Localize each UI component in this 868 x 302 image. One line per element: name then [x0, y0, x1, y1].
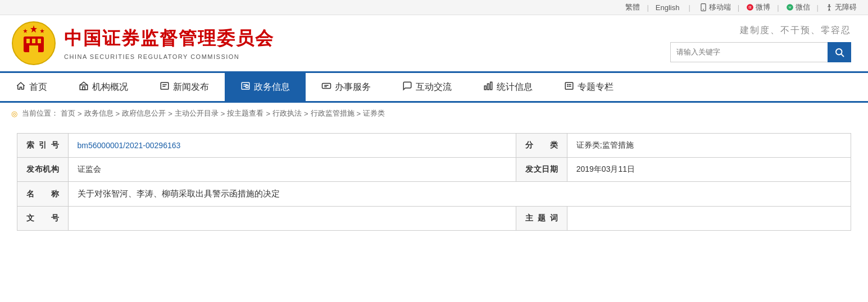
nav-govinfo-label: 政务信息: [254, 81, 290, 93]
nav-stats-label: 统计信息: [497, 81, 533, 93]
divider1: |: [647, 3, 648, 12]
weibo-link[interactable]: 微 微博: [746, 2, 770, 12]
table-row-title: 名 称 关于对张智河、李涛、柳萌采取出具警示函措施的决定: [17, 182, 851, 207]
divider3: |: [738, 3, 739, 12]
search-bar: [670, 42, 851, 62]
table-row-index: 索 引 号 bm56000001/2021-00296163 分 类 证券类;监…: [17, 134, 851, 158]
nav-special-label: 专题专栏: [578, 81, 613, 93]
docnum-label: 文 号: [17, 207, 69, 231]
sep7: >: [357, 109, 361, 118]
index-value: bm56000001/2021-00296163: [68, 134, 516, 158]
home-icon: [16, 81, 26, 93]
nav-home-label: 首页: [29, 81, 47, 93]
service-icon: [321, 81, 331, 93]
top-utility-bar: 繁體 | English | 移动端 | 微 微博 | W 微信 | 无障碍: [0, 0, 868, 15]
svg-rect-19: [83, 87, 85, 90]
breadcrumb-openinfo[interactable]: 政府信息公开: [122, 108, 166, 118]
publisher-value: 证监会: [68, 158, 516, 182]
main-content: 索 引 号 bm56000001/2021-00296163 分 类 证券类;监…: [0, 124, 868, 248]
stats-icon: [483, 81, 493, 93]
document-info-table: 索 引 号 bm56000001/2021-00296163 分 类 证券类;监…: [17, 133, 851, 231]
nav-service-label: 办事服务: [335, 81, 371, 93]
divider4: |: [777, 3, 779, 12]
logo-text-area: 中国证券监督管理委员会 CHINA SECURITIES REGULATORY …: [64, 26, 274, 60]
svg-rect-29: [488, 84, 489, 90]
table-row-publisher: 发布机构 证监会 发文日期 2019年03月11日: [17, 158, 851, 182]
weibo-icon: 微: [746, 3, 754, 11]
index-label: 索 引 号: [17, 134, 69, 158]
csrc-emblem: [11, 21, 56, 66]
table-row-docnum: 文 号 主 题 词: [17, 207, 851, 231]
org-name-en: CHINA SECURITIES REGULATORY COMMISSION: [64, 53, 274, 60]
nav-item-govinfo[interactable]: 政务信息: [225, 73, 306, 103]
nav-item-home[interactable]: 首页: [0, 73, 63, 103]
svg-rect-12: [29, 45, 38, 52]
svg-rect-10: [32, 39, 35, 43]
date-value: 2019年03月11日: [567, 158, 851, 182]
sep2: >: [116, 109, 120, 118]
svg-text:微: 微: [748, 6, 752, 9]
nav-item-news[interactable]: 新闻发布: [144, 73, 225, 103]
category-label: 分 类: [516, 134, 567, 158]
date-label: 发文日期: [516, 158, 567, 182]
svg-point-6: [829, 4, 830, 6]
institution-icon: [79, 81, 89, 93]
wechat-link[interactable]: W 微信: [786, 2, 810, 12]
title-label: 名 称: [17, 182, 69, 207]
category-value: 证券类;监管措施: [567, 134, 851, 158]
publisher-label: 发布机构: [17, 158, 69, 182]
news-icon: [160, 81, 170, 93]
nav-item-service[interactable]: 办事服务: [306, 73, 387, 103]
sep3: >: [168, 109, 172, 118]
title-value: 关于对张智河、李涛、柳萌采取出具警示函措施的决定: [68, 182, 851, 207]
accessibility-link[interactable]: 无障碍: [825, 2, 857, 12]
mobile-link[interactable]: 移动端: [699, 2, 731, 12]
govinfo-icon: [240, 81, 251, 93]
mobile-icon: [699, 3, 707, 11]
breadcrumb-catalog[interactable]: 主动公开目录: [175, 108, 219, 118]
svg-rect-30: [490, 82, 492, 90]
search-input[interactable]: [670, 42, 828, 62]
nav-item-special[interactable]: 专题专栏: [548, 73, 629, 103]
breadcrumb-prefix: 当前位置：: [22, 108, 58, 118]
nav-item-stats[interactable]: 统计信息: [467, 73, 548, 103]
nav-item-interact[interactable]: 互动交流: [387, 73, 467, 103]
special-icon: [564, 81, 574, 93]
keyword-label: 主 题 词: [516, 207, 567, 231]
site-slogan: 建制度、不干预、零容忍: [740, 25, 851, 36]
main-nav: 首页 机构概况 新闻发布 政务信息 办事服务 互动交流: [0, 73, 868, 103]
nav-interact-label: 互动交流: [416, 81, 452, 93]
sep4: >: [221, 109, 225, 118]
svg-rect-28: [484, 86, 486, 90]
location-icon: ◎: [11, 109, 17, 118]
breadcrumb-supervision[interactable]: 行政监管措施: [311, 108, 355, 118]
header-right: 建制度、不干预、零容忍: [670, 25, 851, 62]
svg-text:W: W: [788, 6, 791, 9]
divider2: |: [688, 3, 690, 12]
keyword-value: [567, 207, 851, 231]
sep6: >: [304, 109, 308, 118]
svg-rect-11: [38, 39, 41, 43]
divider5: |: [817, 3, 819, 12]
nav-about-label: 机构概况: [92, 81, 128, 93]
svg-rect-0: [701, 4, 706, 11]
nav-news-label: 新闻发布: [173, 81, 209, 93]
nav-item-about[interactable]: 机构概况: [63, 73, 144, 103]
english-link[interactable]: English: [656, 3, 680, 12]
breadcrumb-home[interactable]: 首页: [61, 108, 75, 118]
docnum-value: [68, 207, 516, 231]
breadcrumb-enforcement[interactable]: 行政执法: [272, 108, 302, 118]
traditional-chinese-link[interactable]: 繁體: [625, 2, 640, 12]
svg-point-1: [703, 9, 704, 10]
breadcrumb-securities[interactable]: 证券类: [363, 108, 385, 118]
svg-rect-9: [26, 39, 30, 43]
breadcrumb-bytopic[interactable]: 按主题查看: [227, 108, 263, 118]
sep1: >: [78, 109, 82, 118]
sep5: >: [266, 109, 270, 118]
breadcrumb-govinfo[interactable]: 政务信息: [84, 108, 113, 118]
svg-line-17: [841, 54, 843, 56]
search-button[interactable]: [828, 42, 851, 62]
logo-area: 中国证券监督管理委员会 CHINA SECURITIES REGULATORY …: [11, 21, 274, 66]
site-header: 中国证券监督管理委员会 CHINA SECURITIES REGULATORY …: [0, 15, 868, 73]
wechat-icon: W: [786, 3, 794, 11]
